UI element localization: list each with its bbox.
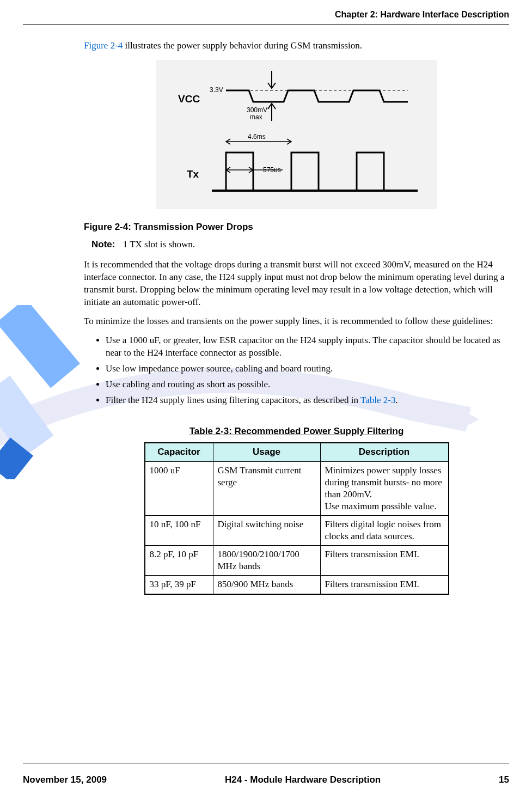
- th-usage: Usage: [213, 443, 320, 461]
- list-item: Use cabling and routing as short as poss…: [106, 379, 509, 391]
- intro-text: illustrates the power supply behavior du…: [123, 40, 362, 51]
- th-description: Description: [320, 443, 449, 461]
- table-row: 33 pF, 39 pF 850/900 MHz bands Filters t…: [145, 576, 449, 594]
- guideline-list: Use a 1000 uF, or greater, low ESR capac…: [84, 334, 509, 407]
- page-footer: November 15, 2009 H24 - Module Hardware …: [23, 764, 509, 786]
- vcc-label: VCC: [178, 93, 200, 105]
- figure-title: Figure 2-4: Transmission Power Drops: [84, 221, 509, 234]
- tx-label: Tx: [187, 168, 199, 180]
- footer-date: November 15, 2009: [23, 774, 107, 786]
- figure-2-4: VCC 3.3V 300mV max Tx: [156, 60, 437, 209]
- table-title: Table 2-3: Recommended Power Supply Filt…: [84, 425, 509, 438]
- table-row: 10 nF, 100 nF Digital switching noise Fi…: [145, 516, 449, 546]
- note-label: Note:: [91, 239, 115, 249]
- chapter-title: Chapter 2: Hardware Interface Descriptio…: [335, 10, 509, 19]
- intro-sentence: Figure 2-4 illustrates the power supply …: [84, 40, 509, 52]
- svg-rect-1: [156, 60, 437, 209]
- max-label: max: [250, 113, 262, 121]
- list-item: Use low impedance power source, cabling …: [106, 363, 509, 375]
- 575us-label: 575us: [263, 166, 281, 174]
- table-row: 8.2 pF, 10 pF 1800/1900/2100/1700 MHz ba…: [145, 546, 449, 576]
- header-rule: [23, 24, 509, 25]
- note-line: Note: 1 TX slot is shown.: [91, 239, 509, 251]
- power-filtering-table: Capacitor Usage Description 1000 uF GSM …: [144, 442, 449, 595]
- list-item: Filter the H24 supply lines using filter…: [106, 394, 509, 407]
- list-item: Use a 1000 uF, or greater, low ESR capac…: [106, 334, 509, 359]
- 4.6ms-label: 4.6ms: [248, 133, 266, 141]
- body-paragraph-1: It is recommended that the voltage drops…: [84, 259, 509, 309]
- footer-title: H24 - Module Hardware Description: [225, 774, 381, 786]
- 3v3-label: 3.3V: [210, 86, 223, 94]
- page-header: Chapter 2: Hardware Interface Descriptio…: [23, 9, 509, 24]
- figure-link[interactable]: Figure 2-4: [84, 40, 123, 51]
- table-row: 1000 uF GSM Transmit current serge Minim…: [145, 461, 449, 515]
- table-link[interactable]: Table 2-3: [360, 395, 395, 405]
- footer-page: 15: [499, 774, 509, 786]
- 300mv-label: 300mV: [247, 106, 267, 114]
- th-capacitor: Capacitor: [145, 443, 213, 461]
- body-paragraph-2: To minimize the losses and transients on…: [84, 315, 509, 328]
- note-text: 1 TX slot is shown.: [123, 239, 195, 249]
